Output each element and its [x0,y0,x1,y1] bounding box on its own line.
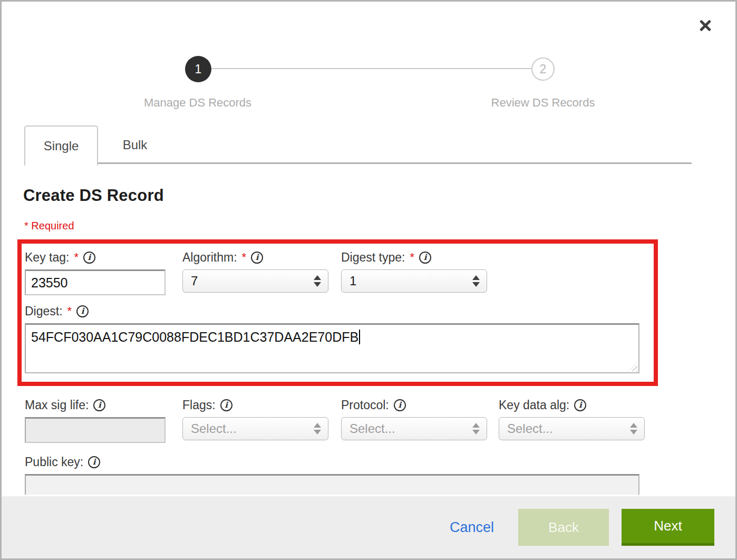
info-icon[interactable]: i [251,252,263,264]
algorithm-select[interactable]: 7 [182,269,328,293]
key-data-alg-field-group: Key data alg: i Select... [499,398,645,443]
flags-field-group: Flags: i Select... [182,398,328,443]
algorithm-label: Algorithm: [182,250,237,265]
select-arrows-icon [314,275,321,287]
step-1-circle: 1 [185,56,211,82]
next-button-label: Next [654,518,682,534]
protocol-select-value: Select... [350,421,395,436]
key-data-alg-label: Key data alg: [499,398,569,412]
step-2-number: 2 [540,62,547,76]
protocol-select[interactable]: Select... [341,417,487,440]
public-key-label: Public key: [25,455,83,469]
protocol-field-group: Protocol: i Select... [341,398,487,443]
digest-value: 54FCF030AA1C79C0088FDEC1BD1C37DAA2E70DFB [31,330,358,344]
key-tag-field-group: Key tag: * i [25,250,166,295]
digest-type-select-value: 1 [350,274,356,288]
public-key-field-group: Public key: i [25,455,735,495]
digest-type-label: Digest type: [341,250,405,265]
info-icon[interactable]: i [574,399,586,411]
info-icon[interactable]: i [394,399,406,411]
digest-field-group: Digest: * i 54FCF030AA1C79C0088FDEC1BD1C… [25,304,654,373]
cancel-link[interactable]: Cancel [450,519,494,536]
step-1-number: 1 [195,62,202,76]
digest-type-field-group: Digest type: * i 1 [341,250,487,295]
required-asterisk: * [242,250,247,264]
flags-select-value: Select... [191,421,237,436]
key-data-alg-select[interactable]: Select... [499,417,645,440]
tab-bulk[interactable]: Bulk [98,125,172,164]
text-caret [359,330,360,344]
digest-textarea[interactable]: 54FCF030AA1C79C0088FDEC1BD1C37DAA2E70DFB [25,323,639,373]
algorithm-select-value: 7 [191,274,198,288]
digest-type-select[interactable]: 1 [341,269,487,293]
modal-footer: Cancel Back Next [2,496,735,558]
modal-body: 1 2 Manage DS Records Review DS Records … [2,2,735,495]
tab-bulk-label: Bulk [123,138,148,152]
select-arrows-icon [472,275,480,287]
info-icon[interactable]: i [419,252,431,264]
highlight-red-box: Key tag: * i Algorithm: * i 7 [17,239,658,386]
required-asterisk: * [74,250,79,264]
key-data-alg-select-value: Select... [507,421,553,436]
key-tag-input[interactable] [25,269,166,295]
step-1-label: Manage DS Records [113,96,282,110]
info-icon[interactable]: i [220,399,232,411]
digest-label: Digest: [25,304,63,318]
max-sig-life-input[interactable] [25,417,166,443]
back-button[interactable]: Back [518,509,609,546]
stepper-connector-line [210,68,533,69]
info-icon[interactable]: i [88,456,100,468]
next-button[interactable]: Next [622,509,714,546]
create-ds-record-modal: 1 2 Manage DS Records Review DS Records … [0,0,737,560]
max-sig-life-label: Max sig life: [25,398,89,412]
step-2-label: Review DS Records [459,96,627,110]
required-asterisk: * [410,250,414,264]
select-arrows-icon [630,423,637,435]
protocol-label: Protocol: [341,398,389,412]
back-button-label: Back [548,519,579,536]
select-arrows-icon [472,423,480,435]
info-icon[interactable]: i [93,399,105,411]
info-icon[interactable]: i [83,252,95,264]
info-icon[interactable]: i [76,305,89,317]
public-key-textarea[interactable] [25,474,639,495]
tab-bar: Single Bulk [24,125,692,164]
flags-label: Flags: [182,398,216,412]
max-sig-life-field-group: Max sig life: i [25,398,166,443]
page-title: Create DS Record [23,186,735,205]
algorithm-field-group: Algorithm: * i 7 [182,250,328,295]
step-2-circle: 2 [531,57,555,81]
tab-single[interactable]: Single [24,125,98,166]
required-note: * Required [24,220,735,232]
required-asterisk: * [67,304,72,318]
stepper: 1 2 Manage DS Records Review DS Records [2,2,735,125]
key-tag-label: Key tag: [25,250,69,265]
flags-select[interactable]: Select... [182,417,328,440]
select-arrows-icon [314,423,321,435]
resize-handle-icon[interactable] [628,362,637,371]
tab-single-label: Single [44,139,79,153]
